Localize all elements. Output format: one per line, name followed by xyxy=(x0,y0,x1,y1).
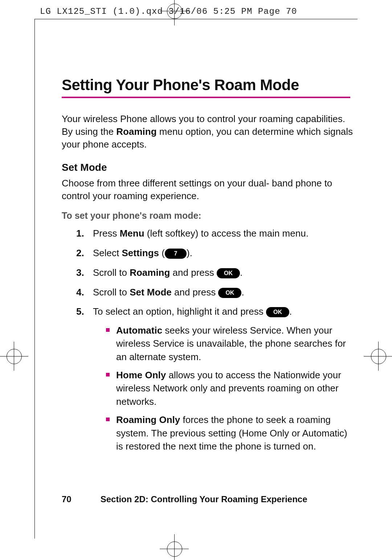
crop-frame-top xyxy=(34,19,358,19)
subhead-set-mode: Set Mode xyxy=(62,162,356,173)
step-text: and press xyxy=(170,267,217,278)
page-number: 70 xyxy=(62,494,72,504)
step-2: 2. Select Settings (7). xyxy=(76,246,356,260)
step-text: Scroll to xyxy=(93,267,130,278)
step-bold: Menu xyxy=(120,228,144,239)
options-list: Automatic seeks your wireless Service. W… xyxy=(93,324,356,453)
option-automatic: Automatic seeks your wireless Service. W… xyxy=(106,324,356,363)
step-text: Scroll to xyxy=(93,287,130,298)
option-roaming-only: Roaming Only forces the phone to seek a … xyxy=(106,413,356,453)
key-7-icon: 7 xyxy=(165,249,187,259)
slug-line: LG LX125_STI (1.0).qxd 3/16/06 5:25 PM P… xyxy=(40,7,297,16)
steps-list: 1. Press Menu (left softkey) to access t… xyxy=(62,227,356,453)
step-number: 1. xyxy=(76,227,84,241)
step-text: . xyxy=(240,267,242,278)
step-text: ). xyxy=(187,247,192,258)
step-number: 3. xyxy=(76,266,84,280)
page-title: Setting Your Phone's Roam Mode xyxy=(62,76,356,94)
page: LG LX125_STI (1.0).qxd 3/16/06 5:25 PM P… xyxy=(0,0,392,560)
intro-paragraph: Your wireless Phone allows you to contro… xyxy=(62,113,356,151)
content-column: Setting Your Phone's Roam Mode Your wire… xyxy=(62,76,356,459)
step-text: To select an option, highlight it and pr… xyxy=(93,306,266,317)
registration-mark-left xyxy=(0,342,28,371)
crop-frame-left xyxy=(34,19,35,539)
step-3: 3. Scroll to Roaming and press OK. xyxy=(76,266,356,280)
key-ok-icon: OK xyxy=(266,307,289,317)
option-bold: Home Only xyxy=(116,370,166,380)
step-4: 4. Scroll to Set Mode and press OK. xyxy=(76,286,356,299)
title-rule xyxy=(62,97,350,98)
step-1: 1. Press Menu (left softkey) to access t… xyxy=(76,227,356,241)
step-bold: Roaming xyxy=(130,267,170,278)
step-text: ( xyxy=(159,247,165,258)
step-text: and press xyxy=(172,287,219,298)
step-text: (left softkey) to access the main menu. xyxy=(144,228,309,239)
page-footer: 70 Section 2D: Controlling Your Roaming … xyxy=(62,494,356,504)
step-number: 5. xyxy=(76,305,84,319)
step-text: . xyxy=(289,306,292,317)
intro-bold: Roaming xyxy=(116,126,156,137)
registration-mark-bottom xyxy=(160,534,189,560)
key-ok-icon: OK xyxy=(217,268,240,278)
step-text: . xyxy=(241,287,244,298)
option-bold: Automatic xyxy=(116,325,162,336)
set-mode-body: Choose from three different settings on … xyxy=(62,177,356,202)
step-number: 2. xyxy=(76,246,84,260)
section-label: Section 2D: Controlling Your Roaming Exp… xyxy=(101,494,307,504)
option-home-only: Home Only allows you to access the Natio… xyxy=(106,368,356,408)
option-bold: Roaming Only xyxy=(116,414,180,425)
registration-mark-right xyxy=(364,342,392,371)
procedure-lead: To set your phone's roam mode: xyxy=(62,210,356,221)
step-text: Press xyxy=(93,228,120,239)
key-ok-icon: OK xyxy=(218,288,241,298)
step-5: 5. To select an option, highlight it and… xyxy=(76,305,356,453)
step-bold: Settings xyxy=(122,247,159,258)
step-number: 4. xyxy=(76,286,84,299)
step-text: Select xyxy=(93,247,122,258)
step-bold: Set Mode xyxy=(130,287,172,298)
